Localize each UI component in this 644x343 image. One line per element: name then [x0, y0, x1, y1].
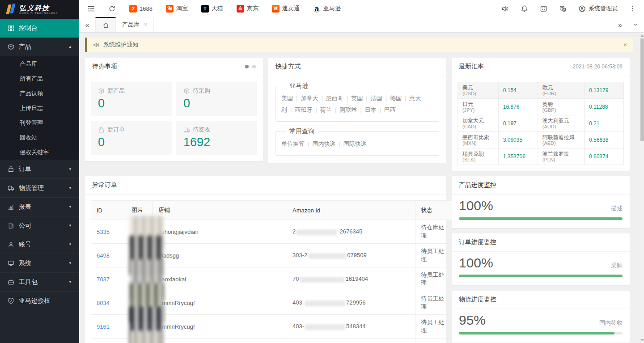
sidebar-item-label: 工具包 [19, 278, 38, 286]
shortcut-link[interactable]: 加拿大 [301, 95, 318, 102]
order-id-link[interactable]: 6498 [97, 252, 110, 259]
tab-product-library[interactable]: 产品库 × [116, 17, 154, 32]
shortcut-link[interactable]: 日本 [365, 106, 377, 113]
chevron-down-icon: ▼ [68, 261, 72, 265]
shortcut-link[interactable]: 国际快递 [343, 140, 367, 147]
sidebar-submenu-product: 产品库 所有产品 产品认领 上传日志 刊登管理 回收站 侵权关键字 [0, 56, 79, 160]
scrollbar[interactable] [640, 33, 644, 343]
tab-home[interactable] [95, 17, 116, 32]
sidebar-item-amazon-auth[interactable]: 亚马逊授权 [0, 292, 79, 310]
sidebar-item-system[interactable]: 系统 ▼ [0, 254, 79, 273]
shortcut-link[interactable]: 单位换算 [281, 140, 305, 147]
order-id-link[interactable]: 8034 [97, 300, 110, 306]
link-1688[interactable]: 21688 [129, 5, 153, 13]
shop-name: haoxiaokai [153, 267, 287, 291]
volume-icon[interactable] [501, 5, 509, 13]
link-jd[interactable]: 京京东 [237, 4, 258, 13]
sidebar-item-infringing-keywords[interactable]: 侵权关键字 [0, 145, 79, 160]
content-area: 系统维护通知 × 待办事项 新产品 [79, 33, 644, 343]
rate-value: 16.876 [503, 104, 520, 110]
amazon-id: 403-548344 [287, 315, 415, 339]
sidebar-item-reports[interactable]: 报表 ▼ [0, 198, 79, 216]
menu-fold-icon[interactable] [87, 5, 95, 13]
sidebar-item-all-products[interactable]: 所有产品 [0, 71, 79, 86]
sidebar-item-label: 产品 [19, 43, 31, 51]
order-id-link[interactable]: 9161 [97, 323, 110, 330]
todo-tile-new-products[interactable]: 新产品 0 [91, 82, 172, 116]
sidebar-item-upload-log[interactable]: 上传日志 [0, 101, 79, 115]
status-badge: 待员工处理 [415, 267, 453, 291]
user-name: 系统管理员 [589, 4, 618, 13]
chevron-down-icon: ▼ [68, 224, 72, 228]
carousel-dot-1[interactable] [245, 65, 249, 68]
sidebar-item-product[interactable]: 产品 ▲ [0, 38, 79, 56]
link-aliexpress[interactable]: 速速卖通 [272, 4, 300, 13]
brand-logo[interactable]: 弘义科技 HONG YI TECHNOLOGY [0, 0, 79, 19]
briefcase-icon [7, 279, 14, 286]
product-image[interactable] [130, 330, 164, 343]
bell-icon[interactable] [521, 5, 528, 13]
todo-tile-new-orders[interactable]: 新订单 0 [91, 121, 172, 155]
sidebar-item-product-library[interactable]: 产品库 [0, 56, 79, 71]
shop-name: xuhongjiajvdian [153, 220, 287, 244]
sidebar-item-company[interactable]: 公司 ▼ [0, 216, 79, 235]
notice-close-icon[interactable]: × [623, 41, 627, 48]
shortcut-link[interactable]: 英国 [351, 95, 363, 102]
order-id-link[interactable]: 5335 [97, 229, 110, 235]
sidebar-item-console[interactable]: 控制台 [0, 19, 79, 38]
apps-icon[interactable] [540, 5, 547, 13]
sidebar-item-orders[interactable]: 订单 ▼ [0, 160, 79, 179]
todo-title: 待办事项 [92, 63, 117, 71]
shortcut-link[interactable]: 荷兰 [320, 106, 332, 113]
redacted-text [300, 277, 344, 283]
shortcut-link[interactable]: 墨西哥 [326, 95, 343, 102]
abnormal-orders-card: 异常订单 ID 图片 店铺 Amazon Id 状态 [85, 176, 446, 343]
shortcut-link[interactable]: 阿联酋 [339, 106, 357, 113]
app-window: 弘义科技 HONG YI TECHNOLOGY 控制台 产品 ▲ 产品库 所有产… [0, 0, 644, 343]
more-dots-icon[interactable]: ⋮ [629, 4, 636, 13]
building-icon [7, 222, 14, 229]
order-id-link[interactable]: 7037 [97, 276, 110, 283]
shortcut-link[interactable]: 国内快递 [312, 140, 335, 147]
chevron-down-icon: ▼ [68, 280, 72, 284]
todo-value: 0 [98, 97, 165, 110]
carousel-dot-2[interactable] [252, 65, 256, 68]
scroll-up-icon[interactable] [640, 34, 644, 37]
shortcut-group-common-queries: 常用查询 单位换算|国内快递|国际快递 [275, 131, 439, 156]
switch-icon[interactable] [559, 5, 567, 13]
tab-close-icon[interactable]: × [144, 21, 147, 28]
tabs-scroll-right-icon[interactable]: » [612, 17, 628, 32]
rate-value: 0.154 [503, 87, 517, 93]
shop-name: aihuili [153, 339, 287, 343]
sidebar-item-label: 账号 [19, 241, 31, 249]
scroll-down-icon[interactable] [640, 339, 644, 341]
shortcut-link[interactable]: 法国 [371, 95, 382, 102]
link-amazon[interactable]: a亚马逊 [313, 4, 341, 13]
tabs-scroll-left-icon[interactable]: « [79, 17, 95, 32]
tabs-menu-icon[interactable]: › [628, 17, 644, 32]
sidebar-item-toolbox[interactable]: 工具包 ▼ [0, 273, 79, 292]
todo-tile-to-purchase[interactable]: 待采购 0 [176, 82, 257, 116]
shield-check-icon [7, 297, 14, 305]
shortcut-link[interactable]: 德国 [390, 95, 402, 102]
todo-tile-to-receive[interactable]: 待签收 1692 [176, 121, 257, 155]
scrollbar-thumb[interactable] [640, 38, 644, 141]
sidebar-item-product-claim[interactable]: 产品认领 [0, 86, 79, 101]
sidebar-item-recycle-bin[interactable]: 回收站 [0, 130, 79, 145]
link-taobao[interactable]: 淘淘宝 [166, 4, 188, 13]
user-menu[interactable]: 系统管理员 [578, 4, 618, 13]
shortcut-link[interactable]: 巴西 [384, 106, 396, 113]
status-badge: 待仓库处理 [415, 220, 453, 244]
sidebar-item-account[interactable]: 账号 ▼ [0, 235, 79, 254]
shortcut-link[interactable]: 西班牙 [295, 106, 312, 113]
main-area: 21688 淘淘宝 T天猫 京京东 速速卖通 a亚马逊 系统管理员 ⋮ [79, 0, 644, 343]
refresh-icon[interactable] [108, 5, 116, 13]
link-tmall[interactable]: T天猫 [201, 4, 223, 13]
sidebar-item-label: 控制台 [19, 24, 38, 32]
notice-text[interactable]: 系统维护通知 [103, 41, 138, 49]
todo-value: 0 [183, 97, 250, 110]
sidebar-item-logistics[interactable]: 物流管理 ▼ [0, 179, 79, 198]
shortcuts-card: 快捷方式 亚马逊 美国|加拿大|墨西哥|英国|法国|德国|意大利|西班牙|荷兰|… [268, 58, 446, 163]
shortcut-link[interactable]: 美国 [281, 95, 293, 102]
sidebar-item-listing-mgmt[interactable]: 刊登管理 [0, 115, 79, 130]
